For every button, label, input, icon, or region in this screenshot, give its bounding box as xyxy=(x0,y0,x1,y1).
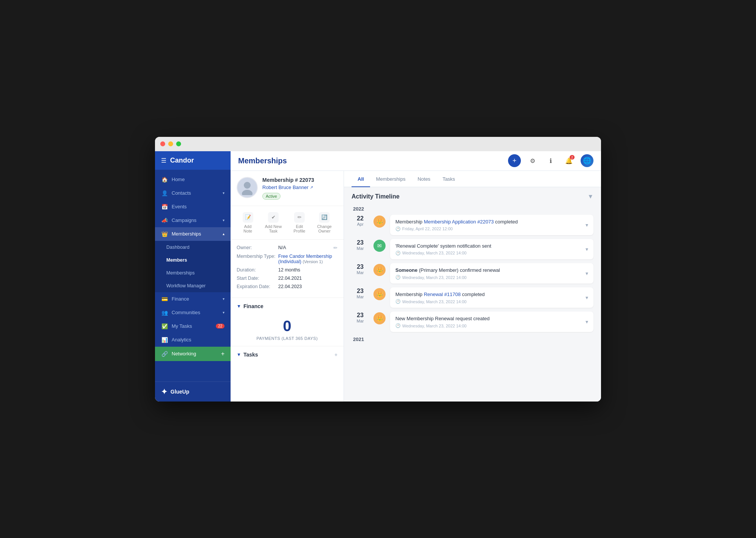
sidebar-item-members[interactable]: Members xyxy=(155,254,231,267)
finance-amount: 0 xyxy=(237,314,338,336)
close-dot[interactable] xyxy=(160,141,165,146)
sidebar-item-memberships-sub[interactable]: Memberships xyxy=(155,267,231,279)
sidebar-item-communities[interactable]: 👥 Communities ▾ xyxy=(155,306,231,319)
networking-add-icon[interactable]: + xyxy=(221,350,225,357)
expand-icon[interactable]: ▾ xyxy=(586,295,588,301)
activity-title: Activity Timeline xyxy=(352,193,587,200)
sidebar-item-events[interactable]: 📅 Events xyxy=(155,200,231,214)
sidebar-item-analytics[interactable]: 📊 Analytics xyxy=(155,333,231,347)
external-link-icon: ↗ xyxy=(310,185,313,189)
add-note-icon: 📝 xyxy=(243,212,253,223)
sidebar-footer: ✦ GlueUp xyxy=(155,381,231,402)
top-bar-actions: + ⚙ ℹ 🔔 2 🌐 xyxy=(508,154,593,167)
edit-profile-button[interactable]: ✏ EditProfile xyxy=(291,211,308,235)
add-note-button[interactable]: 📝 AddNote xyxy=(240,211,256,235)
user-avatar[interactable]: 🌐 xyxy=(581,154,593,167)
event-timestamp: 🕐 Wednesday, March 23, 2022 14:00 xyxy=(395,299,582,304)
clock-icon: 🕐 xyxy=(395,275,401,280)
event-date: 23 Mar xyxy=(352,312,369,323)
sidebar-item-networking[interactable]: 🔗 Networking + xyxy=(155,347,231,361)
tasks-header[interactable]: ▼ Tasks + xyxy=(237,352,338,358)
chevron-down-icon: ▾ xyxy=(223,218,225,222)
member-info: Membership # 22073 Robert Bruce Banner ↗… xyxy=(262,177,338,200)
event-card: Someone (Primary Member) confirmed renew… xyxy=(390,263,593,284)
duration-value: 12 months xyxy=(278,267,300,273)
expiration-date-row: Expiration Date: 22.04.2023 xyxy=(237,284,338,289)
edit-owner-icon[interactable]: ✏ xyxy=(333,245,338,251)
duration-label: Duration: xyxy=(237,267,278,273)
info-button[interactable]: ℹ xyxy=(544,154,557,167)
sidebar-item-label: Members xyxy=(166,257,187,263)
sidebar-item-label: Analytics xyxy=(172,337,191,343)
duration-row: Duration: 12 months xyxy=(237,267,338,273)
filter-icon[interactable]: ▼ xyxy=(587,193,593,200)
sidebar-header: ☰ Candor xyxy=(155,151,231,170)
membership-number: Membership # 22073 xyxy=(262,177,338,183)
finance-header[interactable]: ▼ Finance xyxy=(237,303,338,309)
edit-profile-icon: ✏ xyxy=(294,212,305,223)
sidebar-item-label: Contacts xyxy=(172,190,191,196)
membership-type-label: Membership Type: xyxy=(237,254,278,259)
sidebar-item-finance[interactable]: 💳 Finance ▾ xyxy=(155,292,231,306)
edit-profile-label: EditProfile xyxy=(294,224,305,233)
sidebar-item-label: Dashboard xyxy=(166,245,189,250)
sidebar-item-home[interactable]: 🏠 Home xyxy=(155,173,231,186)
event-text: New Membership Renewal request created xyxy=(395,315,582,322)
sidebar-item-label: Finance xyxy=(172,296,189,302)
sidebar-footer-brand: GlueUp xyxy=(170,389,189,395)
sidebar-item-my-tasks[interactable]: ✅ My Tasks 22 xyxy=(155,319,231,333)
start-date-value: 22.04.2021 xyxy=(278,276,302,281)
clock-icon: 🕐 xyxy=(395,323,401,328)
minimize-dot[interactable] xyxy=(168,141,173,146)
event-link[interactable]: Renewal #11708 xyxy=(424,291,461,297)
sidebar-item-label: Networking xyxy=(172,351,196,357)
timeline-event: 23 Mar ✉ 'Renewal Complete' system notif… xyxy=(352,239,593,259)
sidebar-item-label: Workflow Manager xyxy=(166,283,206,288)
finance-label: PAYMENTS (LAST 365 DAYS) xyxy=(237,336,338,341)
member-name-link[interactable]: Robert Bruce Banner ↗ xyxy=(262,185,338,190)
sidebar-item-label: Communities xyxy=(172,310,200,315)
add-button[interactable]: + xyxy=(508,154,521,167)
event-date: 23 Mar xyxy=(352,239,369,251)
change-owner-button[interactable]: 🔄 ChangeOwner xyxy=(314,211,335,235)
communities-icon: 👥 xyxy=(161,310,168,316)
notification-button[interactable]: 🔔 2 xyxy=(562,154,575,167)
event-day: 22 xyxy=(352,215,369,222)
expand-icon[interactable]: ▾ xyxy=(586,319,588,325)
event-timestamp: 🕐 Wednesday, March 23, 2022 14:00 xyxy=(395,251,582,256)
tasks-add-icon[interactable]: + xyxy=(335,352,338,358)
tab-memberships[interactable]: Memberships xyxy=(370,171,412,187)
add-task-button[interactable]: ✔ Add NewTask xyxy=(262,211,285,235)
sidebar-item-contacts[interactable]: 👤 Contacts ▾ xyxy=(155,186,231,200)
sidebar-item-campaigns[interactable]: 📣 Campaigns ▾ xyxy=(155,214,231,227)
tasks-title: Tasks xyxy=(243,352,258,358)
sidebar-item-dashboard[interactable]: Dashboard xyxy=(155,241,231,254)
fullscreen-dot[interactable] xyxy=(176,141,181,146)
expand-icon[interactable]: ▾ xyxy=(586,270,588,276)
year-2021: 2021 xyxy=(352,336,593,342)
tasks-badge: 22 xyxy=(216,324,225,329)
hamburger-icon[interactable]: ☰ xyxy=(161,157,166,164)
expand-icon[interactable]: ▾ xyxy=(586,222,588,228)
sidebar-item-label: Memberships xyxy=(172,231,201,237)
event-text: 'Renewal Complete' system notification s… xyxy=(395,243,582,250)
tab-all[interactable]: All xyxy=(352,171,370,187)
tab-notes[interactable]: Notes xyxy=(412,171,437,187)
settings-button[interactable]: ⚙ xyxy=(526,154,539,167)
main-content: Memberships + ⚙ ℹ 🔔 2 🌐 xyxy=(231,151,601,402)
expand-icon[interactable]: ▾ xyxy=(586,246,588,252)
event-timestamp: 🕐 Wednesday, March 23, 2022 14:00 xyxy=(395,275,582,280)
page-title: Memberships xyxy=(238,157,508,165)
event-month: Apr xyxy=(352,222,369,226)
action-buttons: 📝 AddNote ✔ Add NewTask ✏ EditProfile xyxy=(231,206,344,240)
right-panel: All Memberships Notes Tasks Activity Tim… xyxy=(344,171,601,402)
membership-type-row: Membership Type: Free Candor Membership … xyxy=(237,254,338,264)
svg-point-1 xyxy=(242,190,253,195)
event-icon: 👑 xyxy=(373,288,386,300)
content-area: Membership # 22073 Robert Bruce Banner ↗… xyxy=(231,171,601,402)
sidebar-item-memberships[interactable]: 👑 Memberships ▴ xyxy=(155,227,231,241)
sidebar-item-workflow-manager[interactable]: Workflow Manager xyxy=(155,279,231,292)
event-link[interactable]: Membership Application #22073 xyxy=(424,219,494,225)
tab-tasks[interactable]: Tasks xyxy=(437,171,461,187)
year-2022: 2022 xyxy=(352,206,593,212)
